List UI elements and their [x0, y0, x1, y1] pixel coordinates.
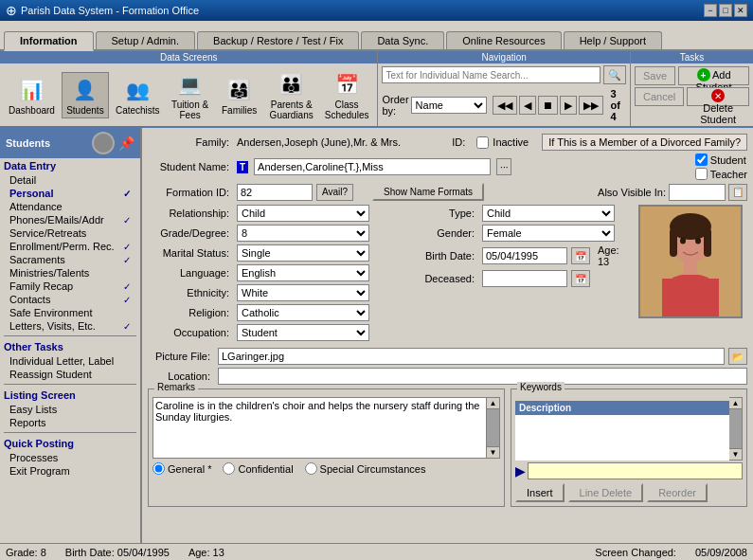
parents-btn[interactable]: 👪 Parents &Guardians	[265, 66, 318, 123]
sidebar-item-letters[interactable]: Letters, Visits, Etc.✓	[0, 319, 140, 333]
sidebar-pin[interactable]: 📌	[118, 135, 134, 151]
sidebar-item-safe-env[interactable]: Safe Environment	[0, 306, 140, 319]
also-visible-btn[interactable]: 📋	[728, 184, 747, 201]
tab-setup-admin[interactable]: Setup / Admin.	[96, 31, 196, 49]
sidebar-item-easy-lists[interactable]: Easy Lists	[0, 403, 140, 416]
birthdate-input[interactable]	[482, 247, 567, 264]
first-btn[interactable]: ◀◀	[493, 96, 517, 115]
picture-browse-btn[interactable]: 📂	[728, 348, 747, 365]
grade-label: Grade/Degree:	[148, 227, 233, 239]
relationship-select[interactable]: Child	[237, 205, 369, 222]
sidebar-item-processes[interactable]: Processes	[0, 451, 140, 464]
show-name-formats-btn[interactable]: Show Name Formats	[372, 183, 484, 201]
teacher-checkbox[interactable]	[695, 168, 708, 180]
general-radio[interactable]	[152, 462, 165, 475]
student-checkbox[interactable]	[695, 154, 708, 166]
students-btn[interactable]: 👤 Students	[62, 72, 109, 118]
next-btn[interactable]: ▶	[560, 96, 577, 115]
gender-select[interactable]: Female	[482, 225, 615, 242]
kw-scroll-down[interactable]: ▼	[729, 448, 742, 460]
sidebar-item-service[interactable]: Service/Retreats	[0, 226, 140, 240]
svg-point-8	[680, 237, 686, 244]
divorce-label: If This is a Member of a Divorced Family…	[548, 136, 741, 148]
tab-datasync[interactable]: Data Sync.	[361, 31, 444, 49]
dashboard-btn[interactable]: 📊 Dashboard	[4, 72, 60, 118]
minimize-button[interactable]: −	[704, 4, 717, 17]
kw-input[interactable]	[528, 462, 743, 479]
class-icon: 📅	[332, 69, 362, 99]
type-select[interactable]: Child	[482, 205, 615, 222]
order-select[interactable]: Name	[411, 97, 487, 114]
confidential-radio-label[interactable]: Confidential	[223, 462, 293, 475]
catechists-icon: 👥	[122, 75, 152, 105]
divorce-box: If This is a Member of a Divorced Family…	[542, 134, 747, 151]
tab-help[interactable]: Help / Support	[564, 31, 662, 49]
sidebar-item-ministries[interactable]: Ministries/Talents	[0, 266, 140, 280]
sidebar-item-sacraments[interactable]: Sacraments✓	[0, 253, 140, 266]
search-btn[interactable]: 🔍	[603, 65, 626, 84]
pause-btn[interactable]: ⏹	[538, 96, 558, 115]
sidebar-item-detail[interactable]: Detail	[0, 173, 140, 187]
reorder-btn[interactable]: Reorder	[647, 483, 708, 502]
sidebar-item-contacts[interactable]: Contacts✓	[0, 293, 140, 306]
maximize-button[interactable]: □	[719, 4, 732, 17]
special-radio[interactable]	[305, 462, 317, 475]
grade-select[interactable]: 8	[237, 225, 369, 242]
sidebar-item-personal[interactable]: Personal✓	[0, 187, 140, 200]
sidebar-item-enrollment[interactable]: Enrollment/Perm. Rec.✓	[0, 240, 140, 253]
confidential-radio[interactable]	[223, 462, 235, 475]
avail-btn[interactable]: Avail?	[316, 184, 353, 201]
tuition-btn[interactable]: 💻 Tuition &Fees	[167, 66, 214, 123]
save-button[interactable]: Save	[635, 66, 675, 85]
families-btn[interactable]: 👨‍👩‍👧 Families	[216, 72, 263, 118]
insert-btn[interactable]: Insert	[515, 483, 565, 502]
language-select[interactable]: English	[237, 264, 369, 281]
age-display: Age: 13	[598, 244, 633, 267]
sidebar-item-individual-letter[interactable]: Individual Letter, Label	[0, 354, 140, 368]
delete-student-button[interactable]: ✕ Delete Student	[687, 87, 749, 106]
deceased-cal-btn[interactable]: 📅	[571, 270, 590, 287]
student-photo-svg	[643, 208, 738, 316]
kw-arrow[interactable]: ▶	[515, 463, 526, 479]
remarks-scroll-up[interactable]: ▲	[487, 398, 499, 409]
prev-btn[interactable]: ◀	[519, 96, 536, 115]
catechists-btn[interactable]: 👥 Catechists	[111, 72, 165, 118]
kw-scroll-up[interactable]: ▲	[729, 398, 742, 409]
sidebar-item-exit[interactable]: Exit Program	[0, 464, 140, 478]
search-input[interactable]	[382, 66, 601, 83]
student-name-options-btn[interactable]: ···	[496, 158, 511, 175]
marital-select[interactable]: Single	[237, 244, 369, 262]
tab-online[interactable]: Online Resources	[446, 31, 561, 49]
tab-information[interactable]: Information	[4, 31, 94, 51]
tuition-label: Tuition &Fees	[171, 99, 208, 120]
student-name-label: Student Name:	[148, 161, 233, 172]
birthdate-cal-btn[interactable]: 📅	[571, 247, 590, 264]
deceased-input[interactable]	[482, 270, 567, 287]
sidebar-item-attendance[interactable]: Attendance	[0, 200, 140, 213]
religion-select[interactable]: Catholic	[237, 304, 369, 321]
special-radio-label[interactable]: Special Circumstances	[305, 462, 426, 475]
occupation-select[interactable]: Student	[237, 324, 369, 341]
general-radio-label[interactable]: General *	[152, 462, 211, 475]
sidebar-item-reassign[interactable]: Reassign Student	[0, 368, 140, 381]
class-btn[interactable]: 📅 ClassSchedules	[320, 66, 374, 123]
student-name-input[interactable]	[254, 158, 491, 175]
location-input[interactable]	[218, 368, 747, 385]
cancel-button[interactable]: Cancel	[635, 87, 684, 106]
also-visible-input[interactable]	[669, 184, 726, 201]
tab-backup[interactable]: Backup / Restore / Test / Fix	[197, 31, 359, 49]
last-btn[interactable]: ▶▶	[579, 96, 603, 115]
sidebar-item-family-recap[interactable]: Family Recap✓	[0, 280, 140, 293]
close-button[interactable]: ✕	[734, 4, 747, 17]
formation-id-input[interactable]	[237, 184, 313, 201]
inactive-checkbox[interactable]	[476, 136, 489, 149]
status-birthdate: Birth Date: 05/04/1995	[65, 547, 170, 558]
picture-file-input[interactable]	[218, 348, 725, 365]
ethnicity-select[interactable]: White	[237, 284, 369, 301]
add-student-button[interactable]: + Add Student	[678, 66, 749, 85]
sidebar-item-reports[interactable]: Reports	[0, 416, 140, 429]
sidebar-item-phones[interactable]: Phones/EMails/Addr✓	[0, 213, 140, 226]
line-delete-btn[interactable]: Line Delete	[568, 483, 644, 502]
remarks-textarea[interactable]: Caroline is in the children's choir and …	[152, 397, 487, 459]
remarks-scroll-down[interactable]: ▼	[487, 446, 499, 458]
